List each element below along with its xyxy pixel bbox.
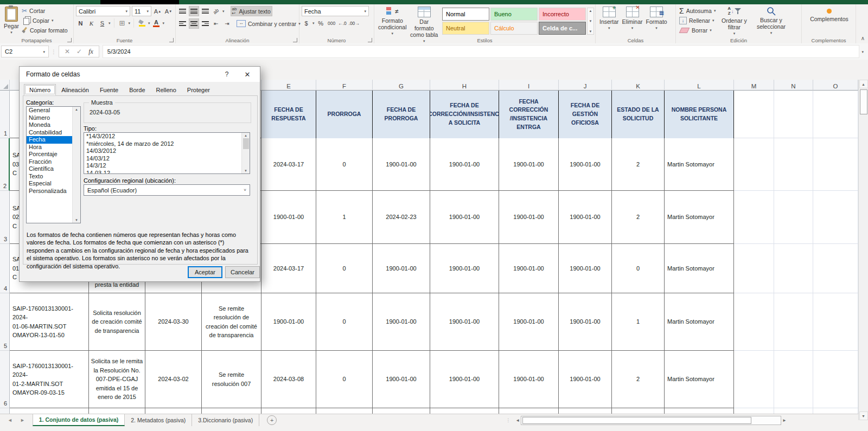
scroll-down-icon[interactable]: ▼ (244, 169, 247, 172)
type-item[interactable]: 14/03/2012 (84, 147, 241, 155)
collapse-ribbon-button[interactable]: ∧ (861, 35, 865, 41)
scroll-up-icon[interactable]: ▲ (859, 80, 868, 88)
locale-combo[interactable]: Español (Ecuador) ˅ (84, 184, 250, 196)
fill-button[interactable]: ↓Rellenar▾ (678, 16, 717, 25)
category-item[interactable]: Especial (27, 180, 72, 188)
tab-borde[interactable]: Borde (124, 84, 150, 95)
paste-button[interactable]: Pegar ▾ (2, 6, 21, 35)
cell-H5[interactable]: 1900-01-00 (430, 293, 499, 351)
column-header-O[interactable]: O (813, 80, 858, 91)
cell-O6[interactable] (813, 351, 858, 408)
cancel-button[interactable]: Cancelar (225, 266, 260, 278)
cell-K3[interactable]: 2 (612, 191, 665, 244)
cell-O2[interactable] (813, 138, 858, 191)
cell-C5[interactable]: 2024-03-30 (145, 293, 202, 351)
decrease-indent-button[interactable]: ⇤ (212, 19, 221, 28)
number-format-combo[interactable]: Fecha▾ (302, 6, 369, 16)
cell-N4[interactable] (774, 244, 813, 293)
scroll-right-icon[interactable]: ► (782, 418, 787, 423)
cell-J7[interactable] (559, 408, 612, 414)
type-scroll-thumb[interactable] (243, 138, 249, 149)
cell-E4[interactable]: 2024-03-17 (261, 244, 316, 293)
style-gallery-scrollbar[interactable]: ▲▼▼ (587, 8, 594, 35)
cell-K4[interactable]: 0 (612, 244, 665, 293)
underline-button[interactable]: S (98, 18, 107, 28)
cell-style-normal[interactable]: Normal (442, 8, 489, 21)
cell-M6[interactable] (734, 351, 774, 408)
align-center-button[interactable] (189, 18, 199, 29)
accept-button[interactable]: Aceptar (188, 266, 222, 278)
cell-F6[interactable]: 0 (316, 351, 373, 408)
merge-center-button[interactable]: ↔ Combinar y centrar ▾ (235, 19, 302, 28)
type-listbox[interactable]: *14/3/2012*miércoles, 14 de marzo de 201… (84, 132, 250, 174)
cell-M1[interactable] (734, 91, 774, 138)
cell-style-incorrecto[interactable]: Incorrecto (539, 8, 586, 21)
cell-G3[interactable]: 2024-02-23 (373, 191, 430, 244)
cut-button[interactable]: ✂Cortar (21, 6, 68, 15)
column-header-J[interactable]: J (559, 80, 612, 91)
align-left-button[interactable] (178, 19, 187, 28)
select-all-corner[interactable] (0, 80, 10, 91)
cell-A5[interactable]: SAIP-1760013130001-2024- 01-06-MARTIN.SO… (10, 293, 89, 351)
cell-O7[interactable] (813, 408, 858, 414)
wrap-text-button[interactable]: ab↩ Ajustar texto (231, 6, 272, 16)
cell-K5[interactable]: 1 (612, 293, 665, 351)
cell-B5[interactable]: Solicita resolución de creación comité d… (89, 293, 145, 351)
cell-N3[interactable] (774, 191, 813, 244)
cell-E3[interactable]: 1900-01-00 (261, 191, 316, 244)
currency-format-button[interactable]: $ (302, 18, 311, 28)
type-item[interactable]: 14-03-12 (84, 170, 241, 174)
cell-I1[interactable]: FECHA CORRECCIÓN /INSISTENCIA ENTRGA (499, 91, 559, 138)
cell-L2[interactable]: Martin Sotomayor (665, 138, 734, 191)
formula-input[interactable]: 5/3/2024 (103, 45, 860, 58)
cell-B6[interactable]: Solicita se le remita la Resolución No. … (89, 351, 145, 408)
cell-L1[interactable]: NOMBRE PERSONA SOLICITANTE (665, 91, 734, 138)
column-header-M[interactable]: M (734, 80, 774, 91)
cell-J3[interactable]: 1900-01-00 (559, 191, 612, 244)
cell-O3[interactable] (813, 191, 858, 244)
cell-I6[interactable]: 1900-01-00 (499, 351, 559, 408)
cell-L4[interactable]: Martin Sotomayor (665, 244, 734, 293)
cell-A7[interactable] (10, 408, 89, 414)
type-scrollbar[interactable]: ▲▼ (241, 133, 250, 173)
category-item[interactable]: Hora (27, 144, 72, 151)
cell-M4[interactable] (734, 244, 774, 293)
cell-B7[interactable] (89, 408, 145, 414)
cell-M5[interactable] (734, 293, 774, 351)
category-item[interactable]: Científica (27, 165, 72, 173)
horizontal-scrollbar[interactable]: ⋮ ◄ ► (506, 414, 787, 426)
cell-H1[interactable]: FECHA DE CORRECCIÓN/INSISTENCI A SOLICIT… (430, 91, 499, 138)
cell-I5[interactable]: 1900-01-00 (499, 293, 559, 351)
tab-relleno[interactable]: Relleno (151, 84, 182, 95)
delete-cells-button[interactable]: ✕ Eliminar ▾ (621, 6, 644, 30)
cell-I7[interactable] (499, 408, 559, 414)
cell-K2[interactable]: 2 (612, 138, 665, 191)
category-scrollbar[interactable]: ▲▼ (72, 107, 80, 223)
cell-O1[interactable] (813, 91, 858, 138)
font-name-combo[interactable]: Calibri▾ (76, 6, 130, 16)
row-header-3[interactable]: 3 (0, 191, 10, 244)
cell-K6[interactable]: 2 (612, 351, 665, 408)
cell-E6[interactable]: 2024-03-08 (261, 351, 316, 408)
cell-I3[interactable]: 1900-01-00 (499, 191, 559, 244)
increase-font-button[interactable]: A▲ (153, 7, 162, 16)
dialog-close-icon[interactable]: ✕ (240, 69, 254, 79)
vertical-scroll-thumb[interactable] (860, 89, 867, 114)
clear-button[interactable]: Borrar▾ (678, 25, 717, 35)
format-painter-button[interactable]: Copiar formato (21, 25, 68, 35)
category-item[interactable]: Texto (27, 173, 72, 181)
tab-fuente[interactable]: Fuente (94, 84, 124, 95)
category-item[interactable]: Fecha (27, 136, 72, 144)
dialog-help-icon[interactable]: ? (220, 69, 234, 79)
decrease-font-button[interactable]: A▼ (164, 7, 173, 16)
cell-N2[interactable] (774, 138, 813, 191)
percent-format-button[interactable]: % (316, 18, 326, 28)
number-dialog-launcher[interactable] (368, 38, 372, 42)
cell-A6[interactable]: SAIP-1760013130001-2024- 01-2-MARTIN.SOT… (10, 351, 89, 408)
type-item[interactable]: 14/03/12 (84, 155, 241, 163)
cell-G7[interactable] (373, 408, 430, 414)
cell-J1[interactable]: FECHA DE GESTIÓN OFICIOSA (559, 91, 612, 138)
cell-style-cálculo[interactable]: Cálculo (490, 22, 538, 35)
cell-I4[interactable]: 1900-01-00 (499, 244, 559, 293)
cell-J2[interactable]: 1900-01-00 (559, 138, 612, 191)
